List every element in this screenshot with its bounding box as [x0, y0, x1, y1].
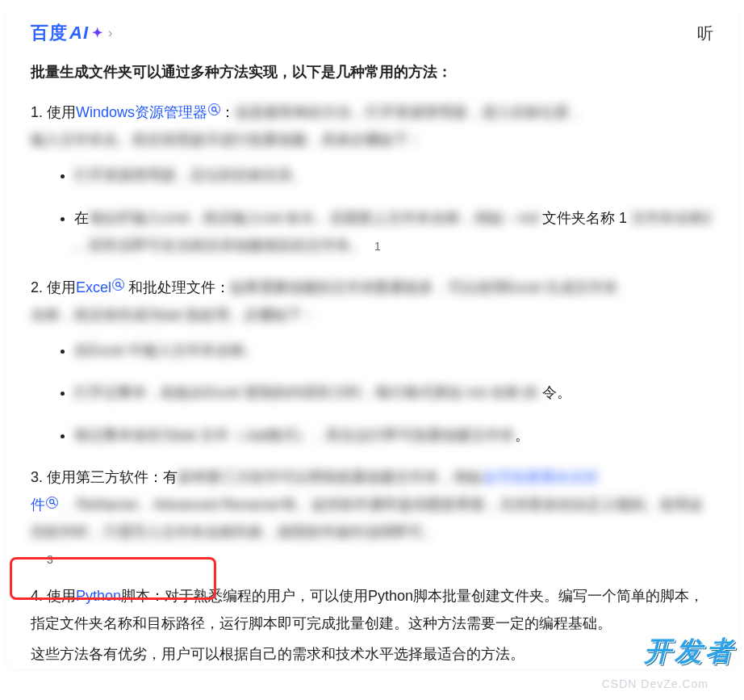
blurred-text: 输入文件夹名。然后依照提示进行批量创建。具体步骤如下： — [31, 132, 423, 148]
m4-strong2: 脚本： — [121, 588, 165, 604]
m2-li3-tail: 。 — [515, 427, 529, 443]
closing-text: 这些方法各有优劣，用户可以根据自己的需求和技术水平选择最适合的方法。 — [31, 640, 713, 668]
listen-button[interactable]: 听 — [697, 18, 713, 48]
intro-text: 批量生成文件夹可以通过多种方法实现，以下是几种常用的方法： — [31, 58, 713, 86]
watermark-logo: 开发者 — [644, 625, 736, 677]
watermark-site: CSDN DevZe.Com — [602, 673, 708, 695]
blurred-text: 多种第三方软件可以帮助批量创建文件夹，例如 — [178, 469, 483, 485]
m4-strong: 使用 — [47, 588, 76, 604]
m2-after: 和批处理文件： — [128, 279, 230, 296]
chevron-right-icon: › — [108, 21, 113, 45]
blurred-text: 在Excel 中输入文件夹名称。 — [74, 342, 259, 358]
list-item: 将记事本保存为bat 文件（.bat格式），双击运行即可批量创建文件夹。 — [74, 421, 713, 449]
svg-point-4 — [49, 500, 53, 504]
m1-li2-tail: 文件夹名称 — [542, 210, 615, 226]
link-windows-explorer[interactable]: Windows资源管理器 — [76, 104, 207, 120]
svg-line-3 — [119, 286, 122, 288]
svg-line-1 — [215, 111, 218, 113]
blurred-text: 名称，然后保存成为bat 批处理。步骤如下： — [31, 307, 316, 323]
blurred-text: 地址栏输入cmd，然后输入md 命令。后面跟上文件夹名称，例如：md — [89, 210, 542, 226]
header-row: 百度AI✦ › 听 — [31, 16, 713, 50]
m2-li2-tail: 令。 — [542, 384, 571, 400]
sparkle-icon: ✦ — [92, 21, 103, 45]
svg-point-0 — [211, 107, 215, 111]
m1-li2-pre: 在 — [74, 210, 89, 226]
m1-strong: 使用 — [47, 104, 76, 120]
link-excel[interactable]: Excel — [76, 279, 111, 296]
link-third-party-2[interactable]: 件 — [31, 497, 45, 513]
m2-sublist: 在Excel 中输入文件夹名称。 打开记事本，粘贴从Excel 复制的内容到 D… — [31, 337, 713, 449]
m1-after: ： — [220, 104, 235, 120]
blurred-text: 这是最简单的方法，打开资源管理器，进入目标位置， — [235, 104, 583, 120]
m2-strong: 使用 — [47, 279, 76, 296]
m1-sublist: 打开资源管理器，定位到目标目录。 在地址栏输入cmd，然后输入md 命令。后面跟… — [31, 161, 713, 259]
svg-line-5 — [53, 503, 56, 505]
method-2: 2. 使用Excel 和批处理文件：如果需要创建的文件夹数量较多，可以使用Exc… — [31, 274, 713, 329]
ref-1[interactable]: 1 — [374, 240, 381, 253]
link-python[interactable]: Python — [76, 588, 121, 604]
m1-li3-a: 1 — [619, 210, 631, 226]
blurred-text: ，每行格式类似 md 名称 的 — [361, 384, 538, 400]
blurred-text: 将记事本保存为bat 文件（.bat格式），双击运行即可批量创建文件夹 — [74, 427, 515, 443]
list-item: 在Excel 中输入文件夹名称。 — [74, 337, 713, 364]
blurred-text: 打开资源管理器，定位到目标目录。 — [74, 167, 307, 183]
idx-4: 4. — [31, 588, 47, 604]
idx-2: 2. — [31, 279, 47, 296]
link-third-party[interactable]: 金芳批量重命名软 — [483, 469, 599, 485]
brand-badge[interactable]: 百度AI✦ › — [31, 16, 113, 50]
blurred-text: 、ReNamer、Advanced Renamer等。这些软件通常提供图形界面，… — [31, 497, 703, 540]
idx-3: 3. — [31, 469, 47, 485]
idx-1: 1. — [31, 104, 47, 120]
method-1: 1. 使用Windows资源管理器：这是最简单的方法，打开资源管理器，进入目标位… — [31, 99, 713, 153]
blurred-text: 如果需要创建的文件夹数量较多，可以使用Excel 生成文件夹 — [230, 279, 618, 296]
search-icon[interactable] — [112, 279, 124, 291]
list-item: 在地址栏输入cmd，然后输入md 命令。后面跟上文件夹名称，例如：md 文件夹名… — [74, 204, 713, 259]
svg-point-2 — [115, 283, 119, 287]
brand-ai: AI — [69, 16, 89, 50]
m3-after: 有 — [163, 469, 178, 485]
ref-3[interactable]: 3 — [47, 549, 713, 571]
method-4: 4. 使用Python脚本：对于熟悉编程的用户，可以使用Python脚本批量创建… — [31, 582, 713, 637]
search-icon[interactable] — [208, 103, 220, 115]
method-3: 3. 使用第三方软件：有多种第三方软件可以帮助批量创建文件夹，例如金芳批量重命名… — [31, 463, 713, 571]
brand-label: 百度 — [31, 16, 68, 50]
list-item: 打开资源管理器，定位到目标目录。 — [74, 161, 713, 189]
m3-strong: 使用第三方软件： — [47, 469, 163, 485]
blurred-text: 打开记事本，粘贴从Excel 复制的内容到 D列 — [74, 384, 361, 400]
list-item: 打开记事本，粘贴从Excel 复制的内容到 D列，每行格式类似 md 名称 的 … — [74, 379, 713, 406]
ai-answer-card: 百度AI✦ › 听 批量生成文件夹可以通过多种方法实现，以下是几种常用的方法： … — [6, 5, 738, 669]
search-icon[interactable] — [46, 497, 58, 509]
